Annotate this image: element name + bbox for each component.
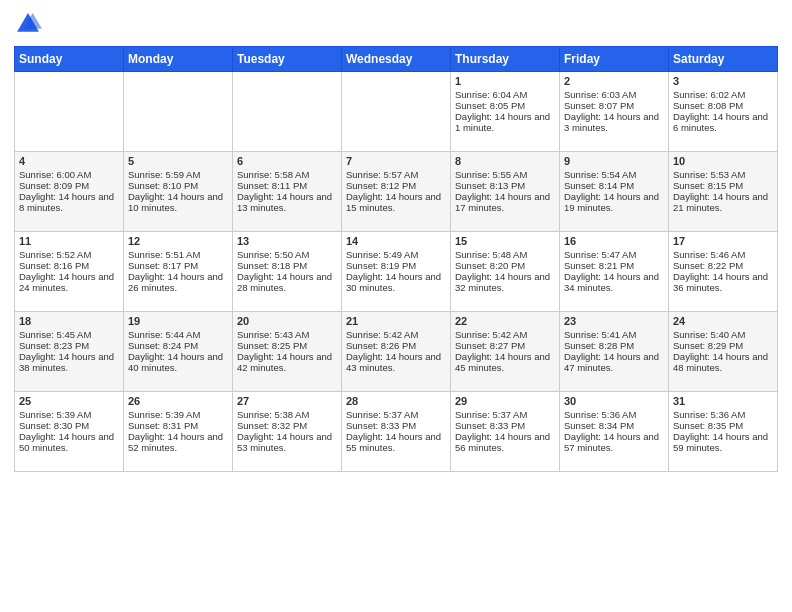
day-info: Sunrise: 5:59 AM [128, 169, 228, 180]
day-info: Daylight: 14 hours and 13 minutes. [237, 191, 337, 213]
day-info: Sunrise: 5:39 AM [128, 409, 228, 420]
logo-icon [14, 10, 42, 38]
day-info: Daylight: 14 hours and 59 minutes. [673, 431, 773, 453]
day-number: 1 [455, 75, 555, 87]
day-number: 8 [455, 155, 555, 167]
day-info: Daylight: 14 hours and 10 minutes. [128, 191, 228, 213]
calendar-cell: 27Sunrise: 5:38 AMSunset: 8:32 PMDayligh… [233, 392, 342, 472]
day-info: Sunrise: 5:50 AM [237, 249, 337, 260]
day-info: Sunrise: 6:00 AM [19, 169, 119, 180]
day-info: Sunset: 8:11 PM [237, 180, 337, 191]
calendar-header: SundayMondayTuesdayWednesdayThursdayFrid… [15, 47, 778, 72]
calendar-cell: 13Sunrise: 5:50 AMSunset: 8:18 PMDayligh… [233, 232, 342, 312]
day-info: Sunrise: 5:49 AM [346, 249, 446, 260]
day-info: Sunset: 8:22 PM [673, 260, 773, 271]
day-info: Sunrise: 6:04 AM [455, 89, 555, 100]
calendar-cell: 4Sunrise: 6:00 AMSunset: 8:09 PMDaylight… [15, 152, 124, 232]
day-number: 2 [564, 75, 664, 87]
header-day-monday: Monday [124, 47, 233, 72]
calendar-cell: 5Sunrise: 5:59 AMSunset: 8:10 PMDaylight… [124, 152, 233, 232]
day-info: Daylight: 14 hours and 6 minutes. [673, 111, 773, 133]
day-number: 25 [19, 395, 119, 407]
day-info: Sunset: 8:20 PM [455, 260, 555, 271]
day-info: Daylight: 14 hours and 53 minutes. [237, 431, 337, 453]
day-info: Daylight: 14 hours and 32 minutes. [455, 271, 555, 293]
day-number: 22 [455, 315, 555, 327]
calendar-cell: 9Sunrise: 5:54 AMSunset: 8:14 PMDaylight… [560, 152, 669, 232]
calendar-cell: 31Sunrise: 5:36 AMSunset: 8:35 PMDayligh… [669, 392, 778, 472]
header [14, 10, 778, 38]
day-info: Sunset: 8:08 PM [673, 100, 773, 111]
day-info: Daylight: 14 hours and 30 minutes. [346, 271, 446, 293]
day-number: 18 [19, 315, 119, 327]
day-info: Sunset: 8:26 PM [346, 340, 446, 351]
day-info: Sunset: 8:25 PM [237, 340, 337, 351]
header-day-tuesday: Tuesday [233, 47, 342, 72]
day-info: Daylight: 14 hours and 15 minutes. [346, 191, 446, 213]
day-number: 14 [346, 235, 446, 247]
day-info: Sunrise: 5:57 AM [346, 169, 446, 180]
day-number: 20 [237, 315, 337, 327]
day-number: 16 [564, 235, 664, 247]
calendar-cell: 24Sunrise: 5:40 AMSunset: 8:29 PMDayligh… [669, 312, 778, 392]
calendar-cell: 21Sunrise: 5:42 AMSunset: 8:26 PMDayligh… [342, 312, 451, 392]
day-info: Sunset: 8:19 PM [346, 260, 446, 271]
calendar-cell: 12Sunrise: 5:51 AMSunset: 8:17 PMDayligh… [124, 232, 233, 312]
day-info: Sunrise: 5:36 AM [564, 409, 664, 420]
day-number: 12 [128, 235, 228, 247]
calendar-cell [124, 72, 233, 152]
day-info: Daylight: 14 hours and 1 minute. [455, 111, 555, 133]
day-info: Daylight: 14 hours and 56 minutes. [455, 431, 555, 453]
day-number: 21 [346, 315, 446, 327]
day-info: Daylight: 14 hours and 45 minutes. [455, 351, 555, 373]
day-info: Sunset: 8:09 PM [19, 180, 119, 191]
calendar-cell: 19Sunrise: 5:44 AMSunset: 8:24 PMDayligh… [124, 312, 233, 392]
day-info: Sunset: 8:15 PM [673, 180, 773, 191]
day-info: Sunrise: 5:47 AM [564, 249, 664, 260]
day-info: Sunrise: 5:37 AM [455, 409, 555, 420]
day-info: Daylight: 14 hours and 3 minutes. [564, 111, 664, 133]
calendar-cell [342, 72, 451, 152]
day-info: Sunrise: 5:42 AM [346, 329, 446, 340]
day-number: 31 [673, 395, 773, 407]
day-info: Sunrise: 5:53 AM [673, 169, 773, 180]
day-number: 6 [237, 155, 337, 167]
calendar-cell: 2Sunrise: 6:03 AMSunset: 8:07 PMDaylight… [560, 72, 669, 152]
day-number: 24 [673, 315, 773, 327]
day-number: 15 [455, 235, 555, 247]
day-info: Sunrise: 5:42 AM [455, 329, 555, 340]
calendar-cell: 18Sunrise: 5:45 AMSunset: 8:23 PMDayligh… [15, 312, 124, 392]
day-info: Sunrise: 5:36 AM [673, 409, 773, 420]
day-info: Sunset: 8:24 PM [128, 340, 228, 351]
day-info: Sunrise: 5:54 AM [564, 169, 664, 180]
day-info: Sunset: 8:35 PM [673, 420, 773, 431]
calendar-cell: 10Sunrise: 5:53 AMSunset: 8:15 PMDayligh… [669, 152, 778, 232]
day-info: Sunset: 8:34 PM [564, 420, 664, 431]
calendar-cell: 29Sunrise: 5:37 AMSunset: 8:33 PMDayligh… [451, 392, 560, 472]
day-info: Sunrise: 5:40 AM [673, 329, 773, 340]
day-info: Sunset: 8:23 PM [19, 340, 119, 351]
day-info: Sunrise: 5:48 AM [455, 249, 555, 260]
day-number: 13 [237, 235, 337, 247]
day-info: Daylight: 14 hours and 40 minutes. [128, 351, 228, 373]
day-number: 19 [128, 315, 228, 327]
calendar-cell: 14Sunrise: 5:49 AMSunset: 8:19 PMDayligh… [342, 232, 451, 312]
calendar-cell: 15Sunrise: 5:48 AMSunset: 8:20 PMDayligh… [451, 232, 560, 312]
day-info: Sunset: 8:14 PM [564, 180, 664, 191]
day-info: Sunrise: 6:02 AM [673, 89, 773, 100]
calendar-cell [233, 72, 342, 152]
day-info: Sunset: 8:18 PM [237, 260, 337, 271]
day-number: 27 [237, 395, 337, 407]
day-info: Sunrise: 5:39 AM [19, 409, 119, 420]
day-info: Daylight: 14 hours and 19 minutes. [564, 191, 664, 213]
day-info: Daylight: 14 hours and 43 minutes. [346, 351, 446, 373]
header-day-saturday: Saturday [669, 47, 778, 72]
day-info: Sunrise: 5:58 AM [237, 169, 337, 180]
day-info: Sunset: 8:21 PM [564, 260, 664, 271]
header-row: SundayMondayTuesdayWednesdayThursdayFrid… [15, 47, 778, 72]
day-number: 3 [673, 75, 773, 87]
day-info: Sunset: 8:17 PM [128, 260, 228, 271]
calendar-table: SundayMondayTuesdayWednesdayThursdayFrid… [14, 46, 778, 472]
day-info: Daylight: 14 hours and 8 minutes. [19, 191, 119, 213]
calendar-cell: 26Sunrise: 5:39 AMSunset: 8:31 PMDayligh… [124, 392, 233, 472]
